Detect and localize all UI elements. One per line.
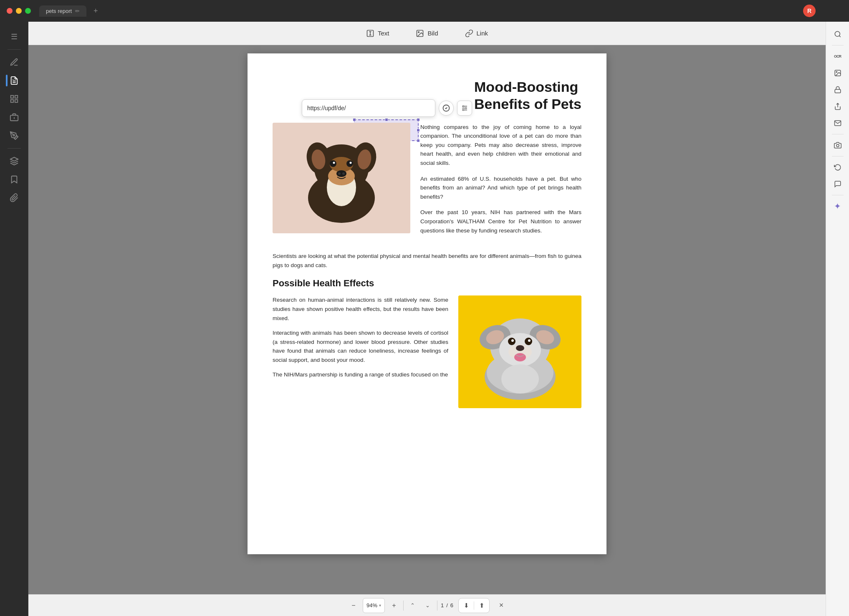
user-avatar[interactable]: R xyxy=(803,5,816,17)
sidebar-icon-bookmark[interactable] xyxy=(6,171,23,188)
sidebar-icon-edit[interactable] xyxy=(6,54,23,71)
active-tab[interactable]: pets report ✏ xyxy=(39,5,86,17)
bottom-text: Research on human-animal interactions is… xyxy=(273,295,448,408)
svg-point-56 xyxy=(836,71,837,72)
article-para3: Over the past 10 years, NIH has partnere… xyxy=(420,208,581,235)
pdf-viewer[interactable]: https://updf/de/ xyxy=(28,45,826,594)
titlebar: pets report ✏ + R xyxy=(0,0,849,22)
current-page-value: 1 xyxy=(441,602,444,608)
svg-point-34 xyxy=(336,170,346,177)
scroll-down-button[interactable]: ⌄ xyxy=(420,598,435,613)
pdf-page: https://updf/de/ xyxy=(248,53,606,554)
article-full-para: Scientists are looking at what the poten… xyxy=(273,252,581,270)
url-value: https://updf/de/ xyxy=(307,105,346,111)
right-ocr-icon[interactable]: OCR xyxy=(830,49,845,64)
new-tab-button[interactable]: + xyxy=(90,5,101,17)
svg-point-30 xyxy=(330,160,336,167)
sidebar-icon-sign[interactable] xyxy=(6,127,23,144)
url-check-button[interactable] xyxy=(439,101,454,116)
svg-marker-9 xyxy=(10,157,18,161)
total-pages-value: 6 xyxy=(450,602,453,608)
section-para1: Research on human-animal interactions is… xyxy=(273,295,448,323)
svg-point-18 xyxy=(465,108,467,109)
svg-point-32 xyxy=(333,162,335,164)
page-fit-button[interactable]: ⬆ xyxy=(475,599,488,612)
page-nav-group: ⬇ ⬆ xyxy=(458,598,490,613)
svg-rect-2 xyxy=(10,96,13,98)
handle-tm[interactable] xyxy=(385,118,388,121)
right-mail-icon[interactable] xyxy=(830,116,845,131)
svg-point-52 xyxy=(514,353,526,361)
right-chat-icon[interactable] xyxy=(830,177,845,192)
dog-image-yellow xyxy=(458,295,581,408)
sidebar-divider-2 xyxy=(8,148,21,149)
svg-point-19 xyxy=(463,109,464,111)
svg-point-35 xyxy=(338,172,341,175)
svg-point-8 xyxy=(13,134,15,136)
svg-point-51 xyxy=(516,345,524,351)
sidebar-icon-attach[interactable] xyxy=(6,189,23,206)
svg-point-48 xyxy=(511,339,514,342)
article-para2: An estimated 68% of U.S. households have… xyxy=(420,174,581,202)
page-indicator: 1 / 6 xyxy=(441,602,453,608)
article-title: Mood-Boosting Benefits of Pets xyxy=(474,78,581,113)
maximize-button[interactable] xyxy=(25,8,31,14)
link-tool-label: Link xyxy=(477,30,488,37)
sidebar-icon-template[interactable] xyxy=(6,91,23,107)
right-search-icon[interactable] xyxy=(830,27,845,42)
right-secure-icon[interactable] xyxy=(830,82,845,97)
group-sep xyxy=(474,601,474,610)
right-divider-1 xyxy=(832,45,844,45)
dog-image-main xyxy=(273,123,410,233)
tab-edit-icon[interactable]: ✏ xyxy=(75,8,80,14)
toolbar-separator-1 xyxy=(403,601,404,611)
section-para2: Interacting with animals has been shown … xyxy=(273,328,448,364)
text-tool-label: Text xyxy=(378,30,389,37)
svg-point-53 xyxy=(501,364,539,394)
zoom-in-button[interactable]: + xyxy=(387,598,402,613)
zoom-display[interactable]: 94% ▾ xyxy=(363,598,385,613)
sidebar-divider-1 xyxy=(8,49,21,50)
svg-rect-5 xyxy=(15,100,17,102)
sidebar-icon-annotate[interactable] xyxy=(6,72,23,89)
bild-tool-label: Bild xyxy=(427,30,438,37)
minimize-button[interactable] xyxy=(16,8,22,14)
handle-tr[interactable] xyxy=(417,118,420,121)
toolbar-separator-2 xyxy=(437,601,437,611)
svg-point-49 xyxy=(528,339,531,342)
url-settings-button[interactable] xyxy=(457,101,472,116)
close-toolbar-button[interactable]: × xyxy=(495,599,508,612)
bild-tool-button[interactable]: Bild xyxy=(409,26,445,41)
handle-tl[interactable] xyxy=(353,118,356,121)
sidebar-icon-stamp[interactable] xyxy=(6,109,23,126)
svg-point-17 xyxy=(463,106,464,107)
traffic-lights xyxy=(7,8,31,14)
section-para3: The NIH/Mars partnership is funding a ra… xyxy=(273,370,448,379)
tab-title: pets report xyxy=(46,8,72,14)
close-button[interactable] xyxy=(7,8,13,14)
handle-mr[interactable] xyxy=(417,129,420,132)
url-input[interactable]: https://updf/de/ xyxy=(302,99,435,117)
app-body: ☰ xyxy=(0,22,849,616)
zoom-out-button[interactable]: − xyxy=(346,598,361,613)
sidebar-icon-layers[interactable] xyxy=(6,153,23,169)
right-share-icon[interactable] xyxy=(830,99,845,114)
link-tool-button[interactable]: Link xyxy=(458,26,495,41)
tab-area: pets report ✏ + xyxy=(39,5,101,17)
right-divider-3 xyxy=(832,156,844,157)
right-app-icon[interactable]: ✦ xyxy=(830,199,845,214)
article-text-col: Nothing compares to the joy of coming ho… xyxy=(420,123,581,242)
content-area: Text Bild Link xyxy=(28,22,826,616)
page-last-button[interactable]: ⬇ xyxy=(460,599,473,612)
top-toolbar: Text Bild Link xyxy=(28,22,826,45)
handle-br[interactable] xyxy=(417,139,420,142)
right-undo-icon[interactable] xyxy=(830,160,845,175)
right-image-extract-icon[interactable] xyxy=(830,66,845,81)
svg-point-54 xyxy=(835,31,840,36)
sidebar-icon-document[interactable]: ☰ xyxy=(6,28,23,45)
bottom-content: Research on human-animal interactions is… xyxy=(273,295,581,408)
svg-rect-3 xyxy=(15,96,17,98)
scroll-up-button[interactable]: ⌃ xyxy=(405,598,420,613)
text-tool-button[interactable]: Text xyxy=(359,26,396,41)
right-snapshot-icon[interactable] xyxy=(830,138,845,153)
